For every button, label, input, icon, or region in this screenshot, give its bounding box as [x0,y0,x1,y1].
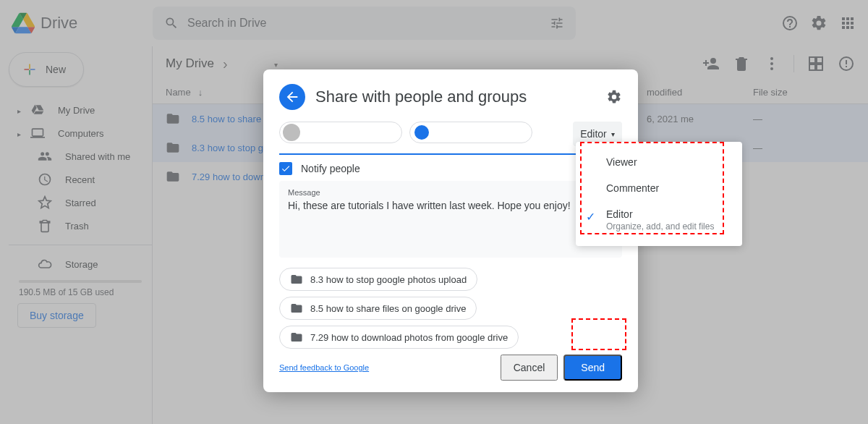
cancel-button[interactable]: Cancel [501,355,558,381]
person-chip[interactable] [409,122,532,143]
attachment-chip[interactable]: 7.29 how to download photos from google … [279,326,519,349]
gear-icon[interactable] [606,89,622,105]
person-chip[interactable] [279,122,402,143]
permission-menu: Viewer Commenter ✓ Editor Organize, add,… [576,142,742,246]
avatar-icon [413,124,430,141]
attachment-chip[interactable]: 8.3 how to stop google photos upload [279,268,477,291]
menu-item-editor[interactable]: ✓ Editor Organize, add, and edit files [576,201,742,239]
notify-label: Notify people [301,163,360,174]
message-text: Hi, these are tutorials I have written l… [288,200,613,250]
back-button[interactable] [279,84,305,110]
folder-icon [290,331,303,344]
dialog-title: Share with people and groups [315,88,596,106]
feedback-link[interactable]: Send feedback to Google [279,363,369,372]
attachment-chip[interactable]: 8.5 how to share files on google drive [279,297,477,320]
menu-item-commenter[interactable]: Commenter [576,175,742,201]
folder-icon [290,273,303,286]
menu-item-viewer[interactable]: Viewer [576,149,742,175]
avatar-icon [283,124,300,141]
folder-icon [290,302,303,315]
message-box[interactable]: Message Hi, these are tutorials I have w… [279,181,622,258]
notify-checkbox[interactable] [279,162,292,175]
message-label: Message [288,188,613,197]
send-button[interactable]: Send [563,355,622,381]
check-icon: ✓ [586,210,595,224]
